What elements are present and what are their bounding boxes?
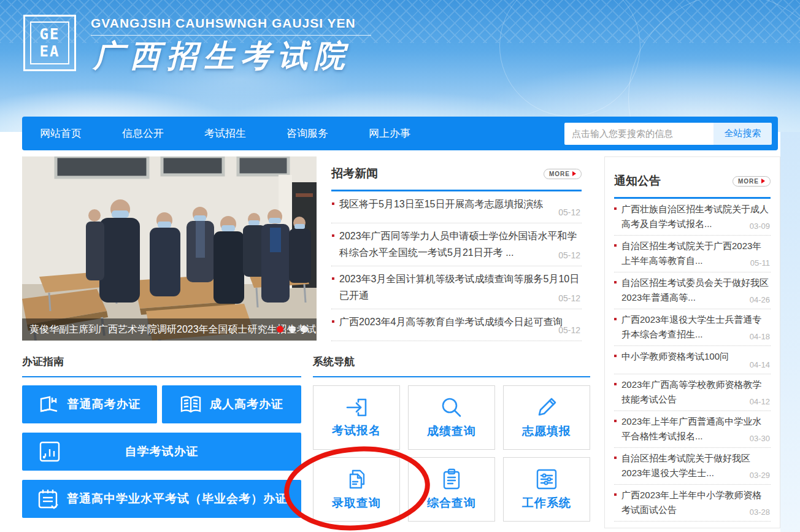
notice-item[interactable]: 自治区招生考试院关于做好我区2023年退役大学生士... 03-29	[614, 448, 771, 485]
news-item[interactable]: 广西2023年4月高等教育自学考试成绩今日起可查询 05-12	[331, 309, 582, 341]
org-name-zhuang: GVANGJSIH CAUHSWNGH GAUJSI YEN	[91, 16, 356, 31]
notice-item[interactable]: 广西壮族自治区招生考试院关于成人高考及自学考试报名... 03-09	[614, 199, 771, 236]
notice-item-date: 04-14	[750, 360, 770, 369]
geea-logo-letters: GE EA	[30, 21, 69, 64]
site-search: 全站搜索	[564, 123, 772, 145]
bullet-icon	[614, 420, 617, 422]
notice-item-text: 中小学教师资格考试100问	[614, 349, 771, 364]
notice-item-date: 05-11	[750, 258, 770, 268]
tile-exam-registration[interactable]: 考试报名	[313, 385, 400, 450]
geea-logo[interactable]: GE EA	[23, 15, 76, 71]
tile-admission-inquiry[interactable]: 录取查询	[313, 457, 400, 522]
guide-button-gaokao[interactable]: 普通高考办证	[22, 385, 157, 423]
bullet-icon	[332, 320, 334, 323]
tile-work-system[interactable]: 工作系统	[503, 457, 590, 522]
logo-text-top: GE	[40, 26, 60, 42]
notice-item[interactable]: 自治区招生考试院关于广西2023年上半年高等教育自... 05-11	[614, 236, 771, 272]
main-navbar: 网站首页 信息公开 考试招生 咨询服务 网上办事 全站搜索	[22, 117, 778, 150]
notice-item-date: 04-12	[750, 397, 770, 406]
news-item[interactable]: 2023年广西同等学力人员申请硕士学位外国语水平和学科综合水平全国统一考试5月2…	[331, 223, 582, 266]
notice-item[interactable]: 自治区招生考试委员会关于做好我区2023年普通高等... 04-26	[614, 272, 771, 309]
carousel-dot-active[interactable]	[277, 326, 283, 333]
notices-section: 通知公告 MORE 广西壮族自治区招生考试院关于成人高考及自学考试报名... 0…	[604, 156, 780, 528]
tile-label: 考试报名	[332, 423, 381, 439]
tile-comprehensive-inquiry[interactable]: 综合查询	[408, 457, 495, 522]
news-item-text: 广西2023年4月高等教育自学考试成绩今日起可查询	[331, 314, 582, 330]
news-item[interactable]: 2023年3月全国计算机等级考试成绩查询等服务5月10日已开通 05-12	[331, 266, 582, 309]
search-input[interactable]	[564, 123, 713, 145]
tile-label: 成绩查询	[427, 423, 476, 439]
news-section: 招考新闻 MORE 我区将于5月13日至15日开展高考志愿填报演练 05-12 …	[331, 166, 582, 341]
carousel-dots	[277, 326, 308, 333]
banner-decoration-ring	[628, 0, 800, 132]
documents-icon	[345, 468, 367, 490]
guide-button-adult-gaokao[interactable]: 成人高考办证	[162, 385, 301, 423]
news-item-date: 05-12	[558, 207, 580, 217]
search-button[interactable]: 全站搜索	[713, 123, 772, 145]
bullet-icon	[332, 234, 334, 237]
notice-item-text: 广西壮族自治区招生考试院关于成人高考及自学考试报名...	[614, 202, 771, 231]
news-title: 招考新闻	[331, 166, 378, 182]
bullet-icon	[614, 207, 617, 210]
section-underline	[22, 376, 301, 377]
notice-item-text: 广西2023年上半年中小学教师资格考试面试公告	[614, 488, 771, 517]
folder-icon	[39, 395, 60, 414]
more-label: MORE	[549, 171, 570, 177]
nav-item-info-disclosure[interactable]: 信息公开	[122, 126, 164, 141]
login-arrow-icon	[345, 397, 368, 418]
notice-item[interactable]: 广西2023年退役大学生士兵普通专升本综合考查招生... 04-18	[614, 309, 771, 346]
notice-item-date: 04-26	[750, 295, 770, 304]
sliders-icon	[536, 468, 558, 490]
bullet-icon	[332, 202, 334, 205]
pencil-icon	[536, 396, 558, 418]
notice-item-text: 自治区招生考试院关于广西2023年上半年高等教育自...	[614, 239, 771, 268]
bullet-icon	[614, 383, 617, 385]
carousel-photo[interactable]: 黄俊华副主席到广西艺术学院调研2023年全国硕士研究生招生考试...	[22, 156, 317, 341]
more-arrow-icon	[761, 179, 765, 183]
bullet-icon	[614, 493, 617, 496]
notice-item[interactable]: 2023年广西高等学校教师资格教学技能考试公告 04-12	[614, 374, 771, 411]
logo-text-bottom: EA	[40, 44, 60, 60]
notice-item-text: 2023年上半年广西普通高中学业水平合格性考试报名...	[614, 414, 771, 444]
news-item-date: 05-12	[558, 325, 580, 335]
carousel-caption: 黄俊华副主席到广西艺术学院调研2023年全国硕士研究生招生考试...	[22, 318, 317, 341]
systems-section-header: 系统导航	[313, 355, 590, 377]
notice-item-date: 03-28	[750, 507, 770, 517]
header-banner: GE EA GVANGJSIH CAUHSWNGH GAUJSI YEN 广西招…	[0, 0, 800, 132]
notice-item[interactable]: 广西2023年上半年中小学教师资格考试面试公告 03-28	[614, 485, 771, 522]
nav-item-online-services[interactable]: 网上办事	[369, 126, 410, 141]
guide-button-label: 自学考试办证	[125, 444, 199, 460]
tile-label: 综合查询	[427, 495, 476, 511]
guide-button-label: 普通高中学业水平考试（毕业会考）办证	[67, 491, 288, 507]
notice-item-text: 2023年广西高等学校教师资格教学技能考试公告	[614, 377, 771, 407]
news-item-date: 05-12	[558, 250, 580, 260]
news-item[interactable]: 我区将于5月13日至15日开展高考志愿填报演练 05-12	[331, 191, 582, 223]
notice-item-text: 自治区招生考试院关于做好我区2023年退役大学生士...	[614, 451, 771, 480]
more-arrow-icon	[572, 171, 576, 176]
tile-score-inquiry[interactable]: 成绩查询	[408, 385, 495, 450]
bullet-icon	[614, 244, 617, 247]
classroom-photo-illustration	[22, 156, 317, 341]
news-item-date: 05-12	[558, 293, 580, 303]
notice-item-date: 04-18	[750, 332, 770, 341]
nav-item-consulting[interactable]: 咨询服务	[287, 126, 328, 141]
notice-item[interactable]: 中小学教师资格考试100问 04-14	[614, 346, 771, 374]
carousel-dot[interactable]	[301, 326, 308, 333]
guide-section-header: 办证指南	[22, 355, 301, 377]
news-more-button[interactable]: MORE	[544, 169, 582, 179]
notice-item[interactable]: 2023年上半年广西普通高中学业水平合格性考试报名... 03-30	[614, 411, 771, 448]
news-item-text: 2023年3月全国计算机等级考试成绩查询等服务5月10日已开通	[331, 271, 582, 304]
guide-button-self-study[interactable]: 自学考试办证	[22, 433, 301, 471]
notices-more-button[interactable]: MORE	[733, 176, 771, 187]
bullet-icon	[332, 277, 334, 280]
carousel-dot[interactable]	[289, 326, 296, 333]
nav-item-exam-enrollment[interactable]: 考试招生	[204, 126, 246, 141]
news-item-text: 我区将于5月13日至15日开展高考志愿填报演练	[331, 196, 582, 212]
notepad-icon	[37, 488, 59, 510]
tile-application-filling[interactable]: 志愿填报	[503, 385, 590, 450]
guide-button-hs-academic-test[interactable]: 普通高中学业水平考试（毕业会考）办证	[22, 480, 301, 518]
nav-item-home[interactable]: 网站首页	[40, 126, 82, 141]
tile-label: 录取查询	[332, 495, 381, 511]
notice-item-text: 广西2023年退役大学生士兵普通专升本综合考查招生...	[614, 312, 771, 342]
systems-title: 系统导航	[313, 356, 355, 368]
